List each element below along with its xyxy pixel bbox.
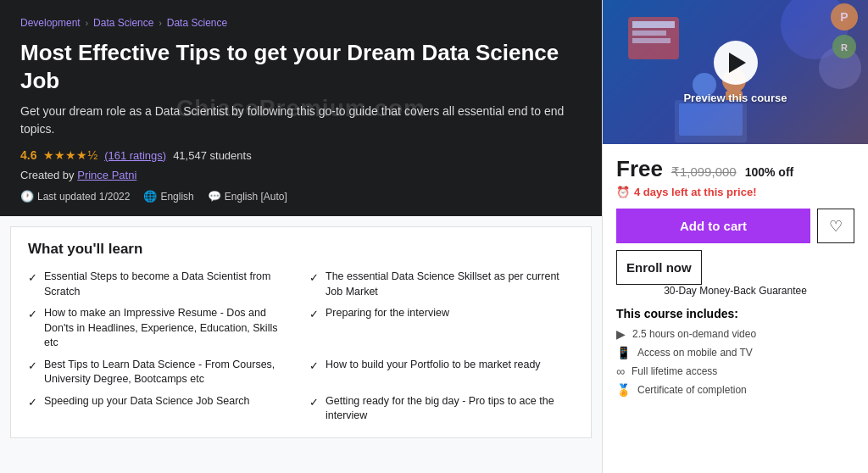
- learn-item: ✓Essential Steps to become a Data Scient…: [28, 270, 292, 299]
- breadcrumb-data-science-1[interactable]: Data Science: [93, 17, 153, 29]
- includes-item: ▶2.5 hours on-demand video: [616, 327, 854, 341]
- student-count: 41,547 students: [173, 149, 252, 162]
- add-to-cart-button[interactable]: Add to cart: [616, 209, 810, 243]
- check-icon: ✓: [28, 307, 37, 322]
- right-panel: P R Preview this course Free ₹1,099,000 …: [602, 0, 868, 473]
- sidebar-content: Free ₹1,099,000 100% off ⏰ 4 days left a…: [603, 144, 868, 473]
- course-preview[interactable]: P R Preview this course: [603, 0, 868, 144]
- check-icon: ✓: [309, 395, 319, 410]
- countdown-text: 4 days left at this price!: [634, 186, 757, 198]
- learn-item: ✓How to build your Portfolio to be marke…: [309, 358, 574, 387]
- check-icon: ✓: [309, 270, 319, 286]
- price-free: Free: [616, 156, 663, 182]
- course-subtitle: Get your dream role as a Data Scientist …: [20, 103, 581, 138]
- preview-overlay: Preview this course: [603, 0, 868, 144]
- include-icon: ▶: [616, 327, 626, 341]
- enroll-now-button[interactable]: Enroll now: [616, 250, 702, 285]
- learn-item: ✓Best Tips to Learn Data Science - From …: [28, 358, 292, 387]
- rating-row: 4.6 ★★★★½ (161 ratings) 41,547 students: [20, 148, 581, 162]
- rating-score: 4.6: [20, 148, 36, 162]
- alarm-icon: ⏰: [616, 186, 630, 198]
- breadcrumb-data-science-2[interactable]: Data Science: [167, 17, 227, 29]
- star-icons: ★★★★½: [43, 148, 97, 162]
- meta-row: 🕐 Last updated 1/2022 🌐 English 💬 Englis…: [20, 190, 581, 203]
- caption-icon: 💬: [208, 190, 221, 203]
- check-icon: ✓: [28, 395, 37, 410]
- language-text: English: [160, 191, 193, 203]
- price-row: Free ₹1,099,000 100% off: [616, 156, 854, 182]
- globe-icon: 🌐: [143, 190, 157, 203]
- breadcrumb: Development › Data Science › Data Scienc…: [20, 17, 581, 29]
- check-icon: ✓: [28, 270, 37, 286]
- includes-title: This course includes:: [616, 307, 854, 320]
- countdown: ⏰ 4 days left at this price!: [616, 186, 854, 198]
- include-icon: 📱: [616, 346, 631, 359]
- creator-link[interactable]: Prince Patni: [77, 169, 136, 181]
- price-original: ₹1,099,000: [671, 164, 737, 180]
- check-icon: ✓: [28, 359, 37, 374]
- check-icon: ✓: [309, 307, 319, 322]
- creator-label: Created by: [20, 169, 75, 181]
- breadcrumb-development[interactable]: Development: [20, 17, 81, 29]
- play-triangle-icon: [729, 53, 746, 73]
- learn-item: ✓Preparing for the interview: [309, 306, 574, 351]
- includes-list: ▶2.5 hours on-demand video📱Access on mob…: [616, 327, 854, 397]
- wishlist-button[interactable]: ♡: [817, 209, 854, 243]
- meta-language: 🌐 English: [143, 190, 193, 203]
- money-back-guarantee: 30-Day Money-Back Guarantee: [616, 285, 854, 297]
- captions-text: English [Auto]: [225, 191, 287, 203]
- includes-item: 🏅Certificate of completion: [616, 383, 854, 397]
- rating-count[interactable]: (161 ratings): [104, 149, 166, 162]
- learn-item: ✓The essential Data Science Skillset as …: [309, 270, 574, 299]
- include-icon: 🏅: [616, 383, 631, 397]
- play-button[interactable]: [714, 41, 758, 85]
- course-title: Most Effective Tips to get your Dream Da…: [20, 39, 581, 94]
- learn-grid: ✓Essential Steps to become a Data Scient…: [28, 270, 574, 424]
- price-discount: 100% off: [745, 165, 794, 179]
- creator-row: Created by Prince Patni: [20, 169, 581, 181]
- learn-section: What you'll learn ✓Essential Steps to be…: [10, 226, 592, 438]
- check-icon: ✓: [309, 359, 319, 374]
- meta-captions: 💬 English [Auto]: [208, 190, 287, 203]
- updated-text: Last updated 1/2022: [37, 191, 130, 203]
- includes-item: 📱Access on mobile and TV: [616, 346, 854, 359]
- learn-item: ✓Speeding up your Data Science Job Searc…: [28, 394, 292, 424]
- learn-item: ✓Getting ready for the big day - Pro tip…: [309, 394, 574, 424]
- learn-item: ✓How to make an Impressive Resume - Dos …: [28, 306, 292, 351]
- meta-updated: 🕐 Last updated 1/2022: [20, 190, 130, 203]
- learn-title: What you'll learn: [28, 241, 574, 258]
- clock-icon: 🕐: [20, 190, 34, 203]
- includes-item: ∞Full lifetime access: [616, 364, 854, 378]
- preview-label: Preview this course: [683, 92, 787, 104]
- heart-icon: ♡: [829, 217, 843, 236]
- include-icon: ∞: [616, 364, 625, 378]
